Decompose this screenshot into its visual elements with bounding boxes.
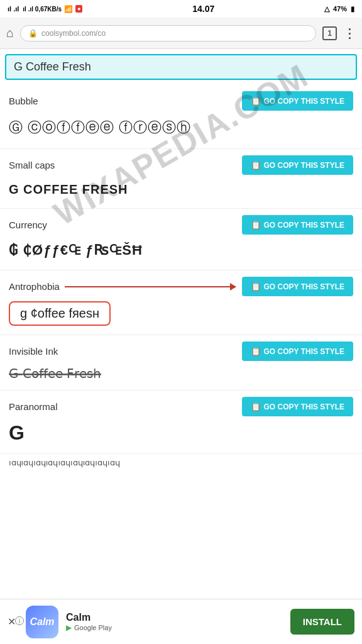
more-icon[interactable]: ⋮	[343, 26, 356, 41]
bubble-section: Bubble 📋 GO COPY THIS STYLE Ⓖ ⓒⓞⓕⓕⓔⓔ ⓕⓡⓔ…	[0, 85, 362, 149]
currency-section: Currency 📋 GO COPY THIS STYLE ₲ ₵Øƒƒ€₠ ƒ…	[0, 209, 362, 270]
smallcaps-copy-button[interactable]: 📋 GO COPY THIS STYLE	[242, 155, 353, 175]
status-time: 14.07	[192, 4, 214, 14]
paranormal-section: Paranormal 📋 GO COPY THIS STYLE G	[0, 391, 362, 454]
currency-label: Currency	[9, 219, 47, 230]
browser-bar: ⌂ 🔒 coolsymbol.com/co 1 ⋮	[0, 18, 362, 49]
bottom-ticker: ıɑɥıɑɥıɑɥıɑɥıɑɥıɑɥıɑɥıɑɥıɑɥ	[0, 454, 362, 518]
copy-icon-par: 📋	[251, 402, 261, 411]
smallcaps-copy-label: GO COPY THIS STYLE	[264, 161, 344, 170]
search-input[interactable]	[14, 60, 348, 74]
ad-app-name: Calm	[66, 612, 283, 623]
smallcaps-preview: G COFFEE FRESH	[9, 180, 353, 199]
ad-store-name: Google Play	[74, 624, 112, 631]
arrow-container	[60, 286, 236, 287]
status-signal: ıl .ıl ıl .ıl 0,67KB/s 📶 ●	[8, 5, 82, 13]
paranormal-label: Paranormal	[9, 401, 58, 412]
arrow-line	[65, 286, 236, 287]
battery-icon: △	[324, 5, 329, 13]
bubble-header: Bubble 📋 GO COPY THIS STYLE	[9, 91, 353, 111]
status-bar: ıl .ıl ıl .ıl 0,67KB/s 📶 ● 14.07 △ 47% ▮	[0, 0, 362, 18]
copy-icon-inv: 📋	[251, 347, 261, 356]
copy-icon-cu: 📋	[251, 220, 261, 230]
invisibleink-header: Invisible Ink 📋 GO COPY THIS STYLE	[9, 341, 353, 361]
smallcaps-header: Small caps 📋 GO COPY THIS STYLE	[9, 155, 353, 175]
paranormal-copy-button[interactable]: 📋 GO COPY THIS STYLE	[242, 397, 353, 416]
bubble-copy-label: GO COPY THIS STYLE	[264, 97, 344, 106]
currency-preview: ₲ ₵Øƒƒ€₠ ƒ₨₠ŠĦ	[9, 240, 353, 261]
tab-count[interactable]: 1	[322, 26, 337, 40]
bubble-copy-button[interactable]: 📋 GO COPY THIS STYLE	[242, 91, 353, 111]
ad-info: Calm ▶ Google Play	[66, 612, 283, 632]
currency-copy-label: GO COPY THIS STYLE	[264, 221, 344, 230]
ad-store: ▶ Google Play	[66, 623, 283, 632]
antrophobia-preview: g ¢offee fяesн	[9, 301, 111, 326]
record-icon: ●	[75, 5, 82, 13]
bubble-label: Bubble	[9, 96, 38, 106]
currency-copy-button[interactable]: 📋 GO COPY THIS STYLE	[242, 215, 353, 235]
copy-icon-an: 📋	[251, 282, 261, 291]
antrophobia-section: Antrophobia 📋 GO COPY THIS STYLE g ¢offe…	[0, 270, 362, 335]
ad-close-icon[interactable]: ✕	[8, 616, 16, 628]
paranormal-header: Paranormal 📋 GO COPY THIS STYLE	[9, 397, 353, 416]
invisibleink-section: Invisible Ink 📋 GO COPY THIS STYLE G̶ ̶C…	[0, 335, 362, 391]
lock-icon: 🔒	[28, 29, 38, 38]
url-bar[interactable]: 🔒 coolsymbol.com/co	[20, 25, 316, 42]
antrophobia-copy-button[interactable]: 📋 GO COPY THIS STYLE	[242, 277, 353, 296]
smallcaps-section: Small caps 📋 GO COPY THIS STYLE G COFFEE…	[0, 149, 362, 209]
antrophobia-header: Antrophobia 📋 GO COPY THIS STYLE	[9, 277, 353, 296]
home-icon[interactable]: ⌂	[6, 26, 14, 40]
invisibleink-preview: G̶ ̶C̶o̶f̶f̶e̶e̶ ̶F̶r̶e̶s̶h̶	[9, 366, 353, 381]
copy-icon: 📋	[251, 96, 261, 106]
invisibleink-copy-button[interactable]: 📋 GO COPY THIS STYLE	[242, 341, 353, 361]
paranormal-copy-label: GO COPY THIS STYLE	[264, 402, 344, 411]
bubble-preview: Ⓖ ⓒⓞⓕⓕⓔⓔ ⓕⓡⓔⓢⓗ	[9, 116, 353, 140]
currency-header: Currency 📋 GO COPY THIS STYLE	[9, 215, 353, 235]
google-play-icon: ▶	[66, 623, 72, 632]
copy-icon-sm: 📋	[251, 160, 261, 170]
antrophobia-label: Antrophobia	[9, 281, 60, 292]
install-button[interactable]: INSTALL	[290, 609, 354, 635]
smallcaps-label: Small caps	[9, 160, 55, 170]
signal-icon: ıl .ıl	[8, 5, 19, 13]
ad-logo-text: Calm	[30, 616, 54, 628]
battery-full-icon: ▮	[351, 5, 354, 13]
url-text: coolsymbol.com/co	[41, 29, 106, 38]
wifi-icon: 📶	[64, 5, 73, 13]
battery-percent: 47%	[333, 5, 347, 13]
ad-info-icon[interactable]: i	[15, 616, 24, 625]
ad-logo: Calm	[26, 606, 58, 638]
invisibleink-copy-label: GO COPY THIS STYLE	[264, 347, 344, 356]
invisibleink-label: Invisible Ink	[9, 346, 58, 357]
data-speed: ıl .ıl 0,67KB/s	[23, 6, 62, 13]
paranormal-preview: G	[9, 421, 353, 445]
search-area[interactable]	[5, 54, 357, 80]
ad-banner: i ✕ Calm Calm ▶ Google Play INSTALL	[0, 599, 362, 644]
antrophobia-copy-label: GO COPY THIS STYLE	[264, 282, 344, 291]
status-right: △ 47% ▮	[324, 5, 354, 13]
